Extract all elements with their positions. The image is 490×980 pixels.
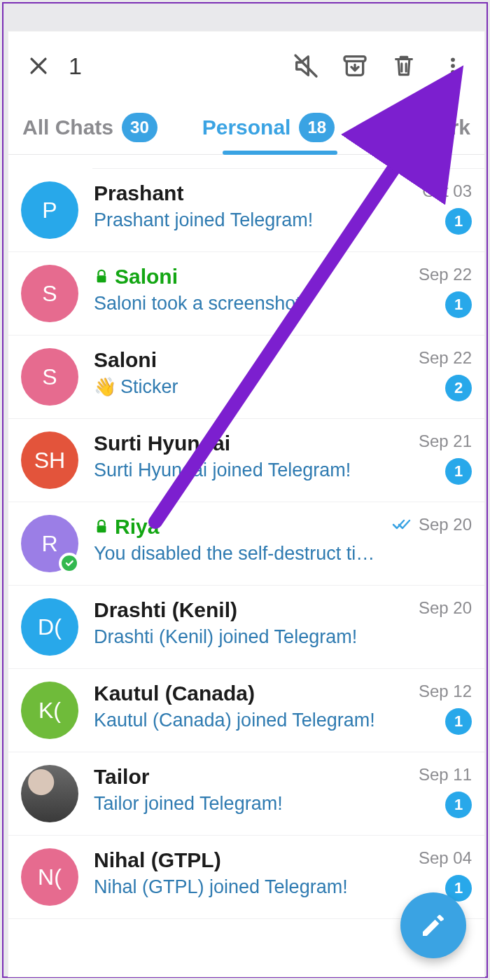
chat-preview-text: Drashti (Kenil) joined Telegram! bbox=[94, 626, 357, 647]
chat-name: Saloni bbox=[94, 348, 157, 372]
chat-preview: 👋Sticker bbox=[94, 376, 412, 398]
svg-point-1 bbox=[451, 57, 455, 62]
more-vertical-icon bbox=[442, 52, 463, 80]
chat-meta: Sep 111 bbox=[419, 765, 472, 818]
chat-content: Surti HyundaiSurti Hyundai joined Telegr… bbox=[94, 432, 412, 481]
unread-badge: 2 bbox=[445, 375, 472, 401]
close-selection-button[interactable] bbox=[18, 46, 59, 86]
archive-icon bbox=[341, 52, 369, 80]
chat-content: Drashti (Kenil)Drashti (Kenil) joined Te… bbox=[94, 598, 412, 648]
telegram-app: 1 All bbox=[8, 32, 484, 976]
chat-meta: Sep 121 bbox=[419, 682, 472, 735]
chat-name: Tailor bbox=[94, 765, 149, 789]
avatar bbox=[21, 765, 78, 822]
delete-button[interactable] bbox=[379, 46, 428, 86]
chat-name: Riya bbox=[115, 515, 159, 539]
selection-count: 1 bbox=[69, 53, 82, 80]
unread-badge: 1 bbox=[445, 792, 472, 818]
wave-emoji-icon: 👋 bbox=[94, 376, 116, 397]
chat-content: PrashantPrashant joined Telegram! bbox=[94, 181, 415, 231]
tab-label: Work bbox=[419, 116, 470, 139]
avatar: D( bbox=[21, 598, 78, 656]
tab-label: All Chats bbox=[22, 116, 113, 139]
chat-row[interactable]: TailorTailor joined Telegram!Sep 111 bbox=[8, 752, 484, 836]
read-checks-icon bbox=[392, 518, 413, 532]
chat-preview: Kautul (Canada) joined Telegram! bbox=[94, 710, 412, 731]
close-icon bbox=[27, 54, 50, 78]
chat-row[interactable]: SSaloni👋StickerSep 222 bbox=[8, 336, 484, 419]
chat-preview: Surti Hyundai joined Telegram! bbox=[94, 460, 412, 481]
avatar: N( bbox=[21, 848, 78, 906]
unread-badge: 1 bbox=[445, 458, 472, 485]
chat-preview-text: You disabled the self-destruct timer bbox=[94, 543, 385, 564]
chat-content: Nihal (GTPL)Nihal (GTPL) joined Telegram… bbox=[94, 848, 412, 898]
chat-list[interactable]: PPrashantPrashant joined Telegram!Oct 03… bbox=[8, 155, 484, 919]
chat-meta: Oct 031 bbox=[422, 181, 472, 235]
chat-row[interactable]: PPrashantPrashant joined Telegram!Oct 03… bbox=[8, 169, 484, 252]
svg-point-3 bbox=[451, 70, 455, 74]
chat-meta: Sep 221 bbox=[419, 265, 472, 318]
tab-work[interactable]: Work bbox=[419, 116, 470, 139]
lock-icon bbox=[94, 268, 109, 286]
chat-date: Sep 22 bbox=[419, 265, 472, 284]
chat-meta: Sep 20 bbox=[392, 515, 472, 534]
chat-date: Sep 20 bbox=[419, 515, 472, 534]
chat-meta: Sep 20 bbox=[419, 598, 472, 618]
pencil-icon bbox=[419, 911, 447, 939]
more-options-button[interactable] bbox=[428, 46, 477, 86]
selection-toolbar: 1 bbox=[8, 32, 484, 100]
chat-preview: Saloni took a screenshot! bbox=[94, 293, 412, 315]
chat-row[interactable]: D(Drashti (Kenil)Drashti (Kenil) joined … bbox=[8, 586, 484, 669]
chat-date: Sep 21 bbox=[419, 432, 472, 451]
chat-row[interactable]: RRiyaYou disabled the self-destruct time… bbox=[8, 502, 484, 586]
chat-preview-text: Saloni took a screenshot! bbox=[94, 293, 306, 314]
chat-preview: Tailor joined Telegram! bbox=[94, 793, 412, 815]
chat-row[interactable]: SHSurti HyundaiSurti Hyundai joined Tele… bbox=[8, 419, 484, 502]
chat-preview-text: Sticker bbox=[120, 376, 178, 397]
chat-preview-text: Surti Hyundai joined Telegram! bbox=[94, 460, 351, 481]
compose-fab[interactable] bbox=[400, 892, 466, 958]
chat-preview-text: Nihal (GTPL) joined Telegram! bbox=[94, 876, 348, 897]
tab-personal[interactable]: Personal 18 bbox=[202, 113, 335, 142]
svg-rect-4 bbox=[97, 275, 106, 282]
chat-preview-text: Tailor joined Telegram! bbox=[94, 793, 283, 814]
chat-date: Oct 03 bbox=[422, 181, 472, 201]
lock-icon bbox=[94, 518, 109, 536]
avatar: SH bbox=[21, 432, 78, 489]
chat-content: Saloni👋Sticker bbox=[94, 348, 412, 398]
online-badge-icon bbox=[59, 553, 80, 574]
chat-content: RiyaYou disabled the self-destruct timer bbox=[94, 515, 385, 565]
chat-preview-text: Kautul (Canada) joined Telegram! bbox=[94, 710, 375, 731]
partial-row-peek bbox=[92, 155, 484, 169]
chat-preview-text: Prashant joined Telegram! bbox=[94, 209, 313, 230]
svg-rect-5 bbox=[97, 525, 106, 532]
folder-tabs: All Chats 30 Personal 18 Work bbox=[8, 100, 484, 155]
mute-icon bbox=[292, 52, 320, 80]
tab-badge: 30 bbox=[122, 113, 158, 142]
chat-name: Surti Hyundai bbox=[94, 432, 230, 455]
chat-name: Nihal (GTPL) bbox=[94, 848, 221, 872]
chat-row[interactable]: SSaloniSaloni took a screenshot!Sep 221 bbox=[8, 252, 484, 336]
chat-content: TailorTailor joined Telegram! bbox=[94, 765, 412, 815]
unread-badge: 1 bbox=[445, 708, 472, 735]
chat-meta: Sep 211 bbox=[419, 432, 472, 485]
svg-point-2 bbox=[451, 64, 455, 68]
chat-name: Drashti (Kenil) bbox=[94, 598, 237, 622]
avatar: K( bbox=[21, 682, 78, 739]
chat-name: Prashant bbox=[94, 181, 183, 205]
chat-date: Sep 11 bbox=[419, 765, 472, 785]
chat-preview: Nihal (GTPL) joined Telegram! bbox=[94, 876, 412, 898]
archive-button[interactable] bbox=[330, 46, 379, 86]
chat-date: Sep 22 bbox=[419, 348, 472, 368]
tab-all-chats[interactable]: All Chats 30 bbox=[22, 113, 158, 142]
chat-date: Sep 20 bbox=[419, 598, 472, 618]
chat-meta: Sep 222 bbox=[419, 348, 472, 401]
chat-date: Sep 04 bbox=[419, 848, 472, 868]
chat-content: Kautul (Canada)Kautul (Canada) joined Te… bbox=[94, 682, 412, 731]
avatar: R bbox=[21, 515, 78, 572]
chat-name: Kautul (Canada) bbox=[94, 682, 255, 705]
chat-row[interactable]: K(Kautul (Canada)Kautul (Canada) joined … bbox=[8, 669, 484, 752]
mute-button[interactable] bbox=[281, 46, 330, 86]
avatar: S bbox=[21, 348, 78, 406]
tab-badge: 18 bbox=[299, 113, 335, 142]
